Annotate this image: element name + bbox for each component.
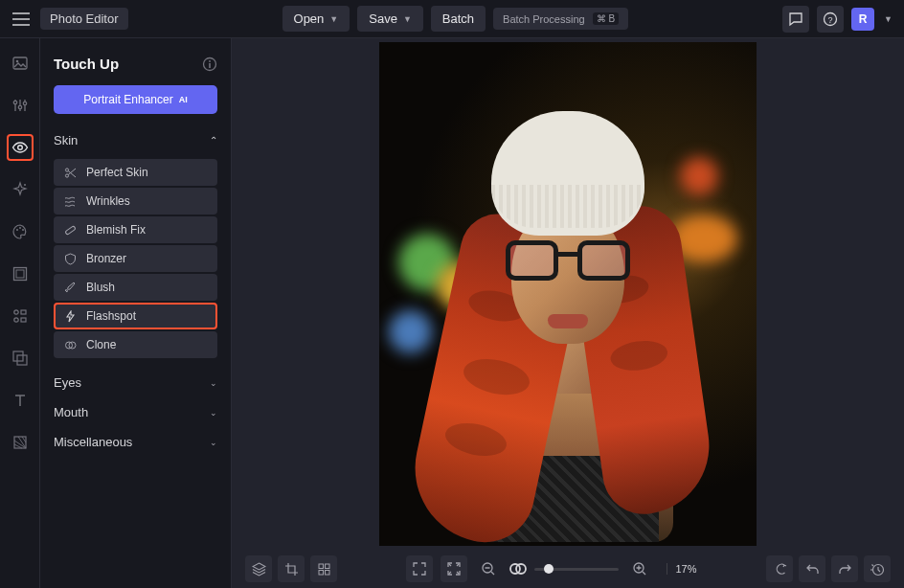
bandaid-icon <box>63 223 77 237</box>
svg-point-22 <box>209 60 211 62</box>
chevron-down-icon: ⌄ <box>210 438 217 447</box>
zoom-value: 17% <box>667 563 696 575</box>
svg-rect-26 <box>64 225 75 235</box>
svg-point-3 <box>15 60 18 63</box>
batch-tip: Batch Processing⌘ B <box>493 8 628 30</box>
svg-rect-23 <box>209 63 211 68</box>
texture-icon[interactable] <box>7 429 34 456</box>
section-mouth[interactable]: Mouth⌄ <box>54 397 217 427</box>
svg-rect-32 <box>325 570 329 575</box>
save-button[interactable]: Save▼ <box>357 6 423 32</box>
svg-point-5 <box>18 105 21 108</box>
svg-point-35 <box>516 564 526 574</box>
crop-icon[interactable] <box>278 555 305 582</box>
user-menu-chevron-icon[interactable]: ▼ <box>882 14 894 24</box>
zoom-out-icon[interactable] <box>475 555 502 582</box>
history-icon[interactable] <box>864 555 891 582</box>
svg-rect-30 <box>325 564 329 569</box>
svg-rect-13 <box>16 270 24 278</box>
undo-icon[interactable] <box>799 555 825 582</box>
ai-sparkle-icon[interactable] <box>7 176 34 203</box>
section-skin[interactable]: Skin ⌃ <box>54 127 217 153</box>
section-miscellaneous[interactable]: Miscellaneous⌄ <box>54 427 217 457</box>
redo-icon[interactable] <box>831 555 858 582</box>
svg-point-11 <box>22 229 24 231</box>
grid-icon[interactable] <box>310 555 337 582</box>
tool-perfect-skin[interactable]: Perfect Skin <box>54 159 217 186</box>
brush-icon <box>63 281 77 294</box>
avatar[interactable]: R <box>851 8 874 31</box>
svg-rect-20 <box>14 437 26 448</box>
tool-clone[interactable]: Clone <box>54 331 217 358</box>
svg-point-14 <box>13 310 17 314</box>
tool-blush[interactable]: Blush <box>54 274 217 301</box>
ai-badge: AI <box>179 95 188 104</box>
chevron-down-icon: ▼ <box>329 14 338 24</box>
zoom-in-icon[interactable] <box>626 555 653 582</box>
chevron-down-icon: ⌄ <box>210 378 217 388</box>
frame-icon[interactable] <box>7 260 34 287</box>
tool-bronzer[interactable]: Bronzer <box>54 245 217 272</box>
svg-rect-17 <box>21 318 26 322</box>
svg-text:?: ? <box>828 14 833 24</box>
layers-icon[interactable] <box>245 555 272 582</box>
svg-rect-29 <box>319 564 324 569</box>
effects-palette-icon[interactable] <box>7 218 34 245</box>
zoom-reset-icon[interactable] <box>509 561 527 577</box>
elements-shapes-icon[interactable] <box>7 303 34 329</box>
adjust-sliders-icon[interactable] <box>7 92 34 119</box>
svg-rect-18 <box>13 351 23 361</box>
svg-point-10 <box>19 227 21 229</box>
fullscreen-icon[interactable] <box>406 555 433 582</box>
shield-icon <box>63 252 77 265</box>
chevron-down-icon: ▼ <box>403 14 412 24</box>
svg-rect-31 <box>319 570 324 575</box>
comments-icon[interactable] <box>782 6 809 33</box>
svg-point-7 <box>17 146 22 150</box>
hamburger-menu[interactable] <box>10 8 33 31</box>
app-title: Photo Editor <box>40 8 128 30</box>
touchup-eye-icon[interactable] <box>7 134 34 161</box>
text-tool-icon[interactable] <box>7 387 34 414</box>
panel-title: Touch Up <box>54 56 119 72</box>
svg-rect-2 <box>13 57 27 69</box>
tool-flashspot[interactable]: Flashspot <box>54 303 217 329</box>
svg-rect-15 <box>21 310 26 314</box>
svg-point-9 <box>16 229 18 231</box>
tool-wrinkles[interactable]: Wrinkles <box>54 188 217 215</box>
batch-button[interactable]: Batch <box>431 6 486 32</box>
section-eyes[interactable]: Eyes⌄ <box>54 368 217 397</box>
svg-point-4 <box>13 101 16 103</box>
open-button[interactable]: Open▼ <box>282 6 350 32</box>
portrait-enhancer-button[interactable]: Portrait EnhancerAI <box>54 85 217 114</box>
help-icon[interactable]: ? <box>817 6 844 33</box>
zoom-slider[interactable] <box>534 568 619 571</box>
overlay-icon[interactable] <box>7 345 34 372</box>
svg-rect-12 <box>13 268 26 281</box>
svg-point-16 <box>13 318 17 322</box>
fit-screen-icon[interactable] <box>441 555 467 582</box>
tool-blemish-fix[interactable]: Blemish Fix <box>54 216 217 243</box>
svg-point-8 <box>24 184 26 186</box>
chevron-up-icon: ⌃ <box>210 135 217 146</box>
info-icon[interactable] <box>202 57 217 72</box>
lightning-icon <box>63 309 77 323</box>
chevron-down-icon: ⌄ <box>210 408 217 418</box>
canvas-image[interactable] <box>379 42 757 546</box>
svg-point-6 <box>23 102 26 104</box>
scissors-icon <box>63 166 77 179</box>
clone-circles-icon <box>63 338 77 351</box>
image-tool-icon[interactable] <box>7 50 34 77</box>
waves-icon <box>63 194 77 208</box>
compare-icon[interactable] <box>766 555 793 582</box>
svg-rect-19 <box>17 355 27 365</box>
